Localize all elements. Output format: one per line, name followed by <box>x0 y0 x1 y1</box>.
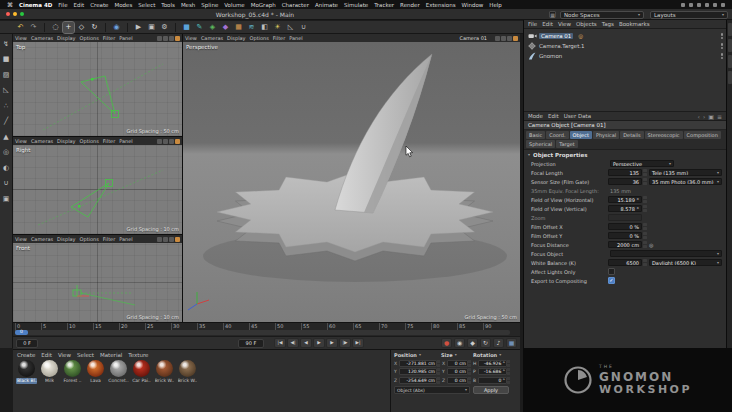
viewport-menu-filter[interactable]: Filter <box>103 236 115 242</box>
spinner-icon[interactable] <box>643 223 647 230</box>
viewport-canvas-perspective[interactable]: Perspective Grid Spacing : 50 cm <box>183 42 520 322</box>
material-preview-sphere[interactable] <box>64 360 81 377</box>
zoom-view-icon[interactable] <box>163 36 168 41</box>
spinner-icon[interactable] <box>507 360 510 367</box>
size-z-field[interactable]: 0 cm <box>447 377 468 384</box>
next-frame-button[interactable]: ▶ <box>326 338 338 348</box>
attribute-field-field-of-view-vertical[interactable]: 8.578 ° <box>608 205 642 212</box>
viewport-menu-options[interactable]: Options <box>80 35 99 41</box>
live-selection-icon[interactable]: ◌ <box>50 22 61 33</box>
control-center-icon[interactable] <box>713 3 717 7</box>
undo-icon[interactable]: ↶ <box>15 22 26 33</box>
start-frame-field[interactable]: 0 F <box>16 339 38 348</box>
size-header[interactable]: Size▾ <box>441 352 473 358</box>
active-camera-label[interactable]: Camera 01 <box>459 35 487 41</box>
menu-select[interactable]: Select <box>138 2 155 8</box>
material-item[interactable]: Concret.. <box>108 360 129 384</box>
size-x-field[interactable]: 0 cm <box>447 360 468 367</box>
viewport-canvas-top[interactable]: Top Grid Spacing : 50 cm <box>13 42 182 136</box>
attribute-field-white-balance-k[interactable]: 6500 <box>608 259 642 266</box>
editor-visibility-dot[interactable] <box>721 53 724 56</box>
menu-tracker[interactable]: Tracker <box>374 2 394 8</box>
timeline-playhead[interactable]: 0 <box>15 330 28 335</box>
polygons-mode-icon[interactable]: ▲ <box>1 132 11 142</box>
rotate-view-icon[interactable] <box>169 237 174 242</box>
spinner-icon[interactable] <box>643 178 647 185</box>
lock-icon[interactable]: ▣ <box>708 113 714 120</box>
spinner-icon[interactable] <box>468 377 471 384</box>
material-item[interactable]: Lava <box>85 360 106 384</box>
points-mode-icon[interactable]: ∴ <box>1 101 11 111</box>
menu-volume[interactable]: Volume <box>224 2 244 8</box>
spinner-icon[interactable] <box>643 196 647 203</box>
sundial-3d-model[interactable] <box>183 42 520 322</box>
edges-mode-icon[interactable]: ╱ <box>1 117 11 127</box>
spinner-icon[interactable] <box>507 377 510 384</box>
enable-axis-icon[interactable]: ◎ <box>1 148 11 158</box>
menu-extensions[interactable]: Extensions <box>426 2 456 8</box>
position-x-field[interactable]: -271.881 cm <box>399 360 437 367</box>
snap-icon[interactable]: ∪ <box>298 22 309 33</box>
om-menu-tags[interactable]: Tags <box>602 21 614 27</box>
next-key-button[interactable]: |▶ <box>339 338 351 348</box>
position-z-field[interactable]: -254.649 cm <box>399 377 437 384</box>
om-menu-edit[interactable]: Edit <box>542 21 553 27</box>
timeline-track[interactable] <box>15 330 510 335</box>
viewport-menu-panel[interactable]: Panel <box>119 35 133 41</box>
top-view-wireframe[interactable] <box>13 42 182 136</box>
timeline-ruler[interactable]: 051015202530354045505560657075808590 0 <box>13 322 520 336</box>
rotation-p-field[interactable]: -16.686 ° <box>478 368 507 375</box>
goto-start-button[interactable]: |◀ <box>274 338 286 348</box>
pan-view-icon[interactable] <box>157 139 162 144</box>
viewport-menu-cameras[interactable]: Cameras <box>31 138 53 144</box>
viewport-menu-filter[interactable]: Filter <box>103 35 115 41</box>
attribute-field-film-offset-x[interactable]: 0 % <box>608 223 642 230</box>
material-menu-texture[interactable]: Texture <box>128 352 148 358</box>
viewport-solo-icon[interactable]: ◐ <box>1 163 11 173</box>
attribute-section-header[interactable]: ▾ Object Properties <box>524 150 726 159</box>
layouts-dropdown[interactable]: Layouts ▾ <box>650 11 728 19</box>
viewport-menu-cameras[interactable]: Cameras <box>31 35 53 41</box>
render-picture-viewer-icon[interactable]: ▣ <box>146 22 157 33</box>
tab-object[interactable]: Object <box>570 131 592 139</box>
menu-create[interactable]: Create <box>90 2 108 8</box>
editor-visibility-dot[interactable] <box>721 33 724 36</box>
attribute-field-field-of-view-horizontal[interactable]: 15.189 ° <box>608 196 642 203</box>
history-back-icon[interactable]: ‹ <box>697 113 699 120</box>
am-menu-user-data[interactable]: User Data <box>564 113 591 119</box>
front-view-wireframe[interactable] <box>13 243 182 322</box>
clock-icon[interactable] <box>721 3 725 7</box>
viewport-menu-panel[interactable]: Panel <box>289 35 303 41</box>
material-preview-sphere[interactable] <box>133 360 150 377</box>
spinner-icon[interactable] <box>468 368 471 375</box>
scale-icon[interactable]: ◇ <box>76 22 87 33</box>
apple-menu-icon[interactable]: ⌘ <box>7 1 13 8</box>
viewport-menu-cameras[interactable]: Cameras <box>31 236 53 242</box>
primitive-cube-icon[interactable]: ■ <box>181 22 192 33</box>
viewport-menu-view[interactable]: View <box>15 236 27 242</box>
zoom-view-icon[interactable] <box>163 139 168 144</box>
spinner-icon[interactable] <box>437 368 440 375</box>
om-menu-bookmarks[interactable]: Bookmarks <box>619 21 650 27</box>
viewport-menu-view[interactable]: View <box>185 35 197 41</box>
attribute-link-focus-object[interactable]: ▾ <box>610 250 722 257</box>
spinner-icon[interactable] <box>507 368 510 375</box>
attribute-preset-focal-length[interactable]: Tele (135 mm)▾ <box>649 169 722 176</box>
material-preview-sphere[interactable] <box>87 360 104 377</box>
render-settings-icon[interactable]: ⚙ <box>159 22 170 33</box>
camera-tool-icon[interactable]: ◧ <box>259 22 270 33</box>
dock-tab-attributes[interactable] <box>728 23 732 36</box>
menu-animate[interactable]: Animate <box>315 2 338 8</box>
attribute-preset-white-balance-k[interactable]: Daylight (6500 K)▾ <box>649 259 722 266</box>
workplane-icon[interactable]: ◺ <box>285 22 296 33</box>
light-tool-icon[interactable]: ☀ <box>272 22 283 33</box>
autokey-icon[interactable]: ◉ <box>454 338 465 348</box>
target-picker-icon[interactable]: ◎ <box>649 242 653 248</box>
material-menu-create[interactable]: Create <box>17 352 35 358</box>
am-menu-mode[interactable]: Mode <box>528 113 543 119</box>
burger-menu-icon[interactable]: ≡ <box>717 113 722 120</box>
prev-frame-button[interactable]: ◀ <box>300 338 312 348</box>
model-mode-icon[interactable]: ■ <box>1 55 11 65</box>
viewport-front[interactable]: ViewCamerasDisplayOptionsFilterPanel Fro… <box>13 235 182 322</box>
viewport-canvas-front[interactable]: Front Grid Spacing : 10 cm <box>13 243 182 322</box>
